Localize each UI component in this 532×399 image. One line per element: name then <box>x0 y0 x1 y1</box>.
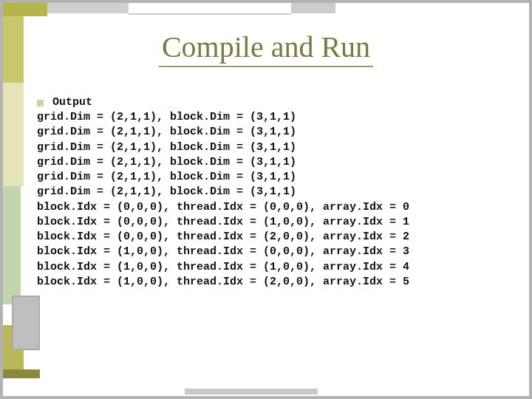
bullet-icon <box>37 100 44 106</box>
deco-block <box>12 296 40 350</box>
frame-bottom <box>0 396 532 399</box>
deco-block <box>47 3 129 13</box>
deco-block <box>3 3 47 16</box>
output-line: block.Idx = (0,0,0), thread.Idx = (1,0,0… <box>37 215 510 230</box>
output-line: block.Idx = (0,0,0), thread.Idx = (0,0,0… <box>37 200 510 215</box>
output-line: block.Idx = (1,0,0), thread.Idx = (2,0,0… <box>37 275 510 290</box>
deco-block <box>185 389 318 395</box>
output-line: grid.Dim = (2,1,1), block.Dim = (3,1,1) <box>37 140 510 155</box>
output-line: grid.Dim = (2,1,1), block.Dim = (3,1,1) <box>37 125 510 140</box>
output-line: grid.Dim = (2,1,1), block.Dim = (3,1,1) <box>37 170 510 185</box>
deco-block <box>291 3 335 13</box>
deco-block <box>3 369 40 378</box>
output-line: block.Idx = (1,0,0), thread.Idx = (1,0,0… <box>37 260 510 275</box>
bullet-label: Output <box>52 96 92 109</box>
output-line: grid.Dim = (2,1,1), block.Dim = (3,1,1) <box>37 185 510 200</box>
slide-title: Compile and Run <box>0 30 532 67</box>
output-line: grid.Dim = (2,1,1), block.Dim = (3,1,1) <box>37 110 510 125</box>
content-area: Output grid.Dim = (2,1,1), block.Dim = (… <box>37 96 510 290</box>
bullet-row: Output <box>37 96 510 109</box>
deco-block <box>3 83 24 186</box>
output-line: grid.Dim = (2,1,1), block.Dim = (3,1,1) <box>37 155 510 170</box>
title-text: Compile and Run <box>159 30 373 67</box>
slide: Compile and Run Output grid.Dim = (2,1,1… <box>0 0 532 399</box>
deco-block <box>3 186 21 304</box>
deco-block <box>129 3 291 15</box>
output-block: grid.Dim = (2,1,1), block.Dim = (3,1,1) … <box>37 110 510 290</box>
output-line: block.Idx = (1,0,0), thread.Idx = (0,0,0… <box>37 245 510 259</box>
output-line: block.Idx = (0,0,0), thread.Idx = (2,0,0… <box>37 230 510 245</box>
